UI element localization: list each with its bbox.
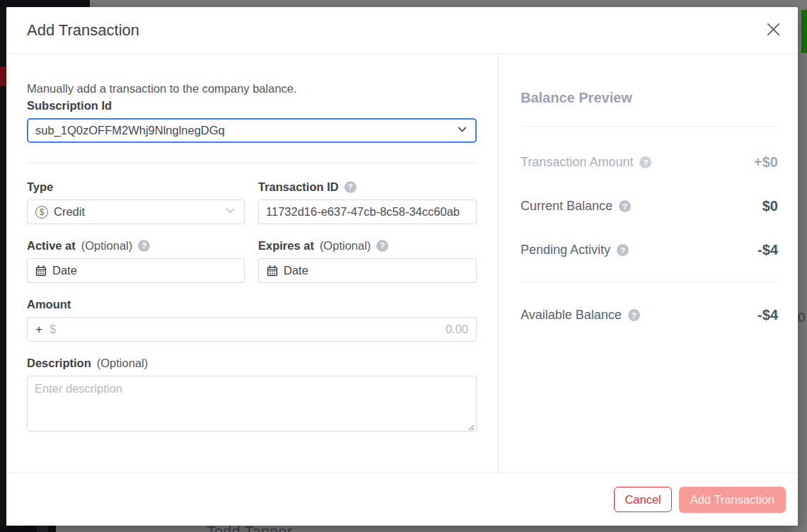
transaction-amount-label: Transaction Amount ? xyxy=(521,155,651,170)
help-icon[interactable]: ? xyxy=(619,200,631,212)
preview-divider xyxy=(521,282,778,282)
modal-body: Manually add a transaction to the compan… xyxy=(6,54,798,473)
expires-at-date-input[interactable]: Date xyxy=(258,258,477,283)
subscription-id-select[interactable]: sub_1Q0zOFFM2Whj9NlnglnegDGq xyxy=(27,118,477,143)
form-divider xyxy=(27,163,477,163)
form-panel: Manually add a transaction to the compan… xyxy=(6,54,498,473)
help-icon[interactable]: ? xyxy=(344,181,356,193)
dollar-circle-icon: $ xyxy=(35,206,48,219)
transaction-id-input[interactable] xyxy=(258,200,477,224)
available-balance-value: -$4 xyxy=(757,307,778,323)
expires-at-label: Expires at (Optional) ? xyxy=(258,239,477,253)
balance-preview-panel: Balance Preview Transaction Amount ? +$0… xyxy=(498,54,798,473)
help-icon[interactable]: ? xyxy=(639,156,651,168)
amount-label: Amount xyxy=(27,298,477,311)
screen: { "modal": { "title": "Add Transaction",… xyxy=(0,0,807,532)
background-sidebar-active-item xyxy=(0,66,6,86)
plus-icon: + xyxy=(35,323,42,337)
type-select[interactable]: $ Credit xyxy=(27,200,245,224)
help-icon[interactable]: ? xyxy=(617,244,629,256)
calendar-icon xyxy=(267,265,278,277)
current-balance-row: Current Balance ? $0 xyxy=(521,198,778,214)
subscription-id-label: Subscription Id xyxy=(27,99,477,112)
transaction-amount-value: +$0 xyxy=(754,154,778,170)
background-green-button-edge xyxy=(801,10,807,53)
description-textarea[interactable] xyxy=(27,376,477,432)
active-at-label: Active at (Optional) ? xyxy=(27,239,245,253)
amount-placeholder: 0.00 xyxy=(446,323,468,336)
add-transaction-button[interactable]: Add Transaction xyxy=(679,487,786,513)
help-icon[interactable]: ? xyxy=(376,240,388,252)
help-icon[interactable]: ? xyxy=(138,240,150,252)
transaction-amount-row: Transaction Amount ? +$0 xyxy=(521,154,778,170)
chevron-down-icon xyxy=(456,123,468,138)
pending-activity-label: Pending Activity ? xyxy=(521,243,629,258)
description-label: Description (Optional) xyxy=(27,357,477,370)
cancel-button[interactable]: Cancel xyxy=(614,487,671,512)
background-count-badge: 0 xyxy=(798,309,807,326)
background-sidebar-bottom-item xyxy=(37,526,48,532)
available-balance-label: Available Balance ? xyxy=(521,308,640,323)
available-balance-row: Available Balance ? -$4 xyxy=(521,307,778,323)
modal-title: Add Transaction xyxy=(27,21,139,40)
date-placeholder: Date xyxy=(52,264,77,277)
form-intro-text: Manually add a transaction to the compan… xyxy=(27,82,477,96)
background-topbar xyxy=(0,0,90,7)
pending-activity-value: -$4 xyxy=(757,242,778,258)
pending-activity-row: Pending Activity ? -$4 xyxy=(521,242,778,258)
preview-divider xyxy=(521,126,778,127)
amount-input[interactable]: + $ 0.00 xyxy=(27,317,477,342)
type-label: Type xyxy=(27,180,245,194)
current-balance-label: Current Balance ? xyxy=(521,199,631,214)
balance-preview-title: Balance Preview xyxy=(521,90,778,106)
active-at-date-input[interactable]: Date xyxy=(27,258,245,283)
close-button[interactable] xyxy=(762,20,784,41)
date-placeholder: Date xyxy=(284,264,308,277)
help-icon[interactable]: ? xyxy=(628,309,640,321)
modal-header: Add Transaction xyxy=(6,7,798,54)
type-value: Credit xyxy=(54,205,85,219)
close-icon xyxy=(765,21,782,40)
chevron-down-icon xyxy=(224,204,236,219)
subscription-id-value: sub_1Q0zOFFM2Whj9NlnglnegDGq xyxy=(35,124,225,137)
calendar-icon xyxy=(35,265,47,277)
add-transaction-modal: Add Transaction Manually add a transacti… xyxy=(6,7,798,526)
currency-symbol: $ xyxy=(50,323,56,336)
modal-footer: Cancel Add Transaction xyxy=(6,473,798,526)
current-balance-value: $0 xyxy=(762,198,778,214)
transaction-id-label: Transaction ID ? xyxy=(258,180,477,194)
